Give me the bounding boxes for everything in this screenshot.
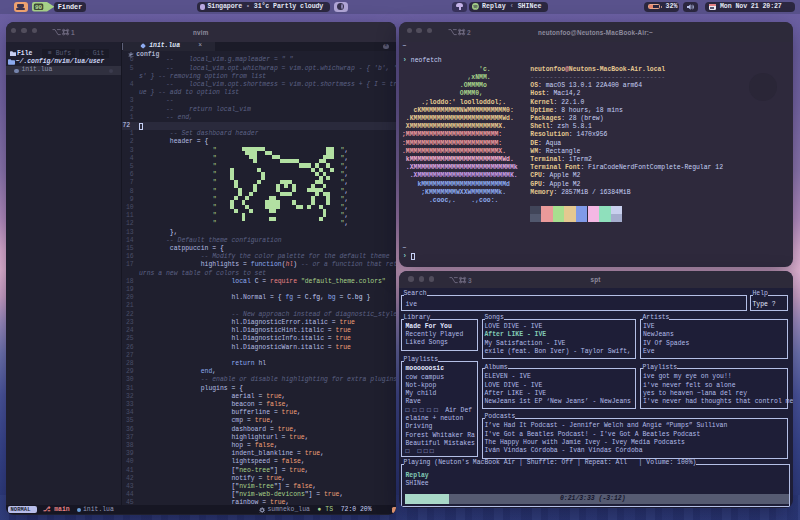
svg-text:90: 90 — [34, 4, 42, 11]
